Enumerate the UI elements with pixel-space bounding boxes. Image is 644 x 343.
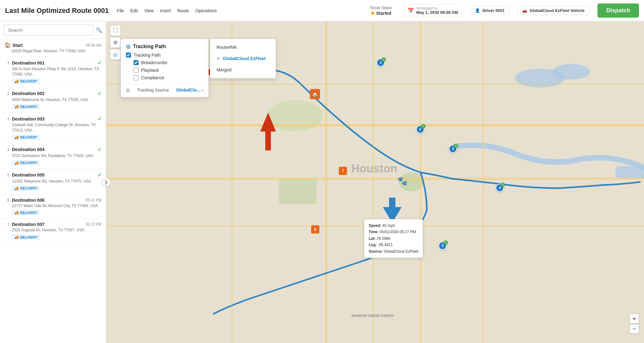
route4me-label: Route4Me [217, 45, 237, 50]
source-globalcloud[interactable]: ✓ GlobalCloud EzFleet [210, 53, 276, 64]
check-icon: ✓ [97, 60, 102, 66]
zoom-in-button[interactable]: + [630, 314, 639, 323]
route-status-label: Route Status [370, 6, 392, 10]
selected-check-icon: ✓ [217, 56, 220, 61]
route-status-value: Started [371, 11, 391, 16]
dispatch-button[interactable]: Dispatch [597, 3, 639, 18]
tooltip-lng: Lng: -95.4611 [369, 242, 418, 248]
menu-file[interactable]: File [117, 8, 124, 13]
tracking-popup-title: ◎ Tracking Path [126, 43, 203, 49]
tracking-button[interactable]: ◎ [110, 49, 121, 60]
tooltip-time: Time: 05/01/2030 05:27 PM [369, 229, 418, 235]
tracking-popup: ◎ Tracking Path Tracking Path Breadcrumb… [121, 39, 209, 97]
compliance-checkbox[interactable] [134, 75, 139, 80]
source-route4me[interactable]: Route4Me [210, 42, 276, 53]
search-input[interactable] [4, 25, 93, 36]
compliance-row[interactable]: Compliance [134, 75, 203, 80]
playback-row[interactable]: Playback [134, 68, 203, 73]
tracking-path-row[interactable]: Tracking Path [126, 53, 203, 58]
source-merged[interactable]: Merged [210, 64, 276, 76]
chevron-right-icon: › [202, 87, 203, 93]
check-icon: ✓ [97, 147, 102, 153]
menu-operations[interactable]: Operations [195, 8, 217, 13]
menu-edit[interactable]: Edit [130, 8, 138, 13]
vehicle-label: GlobalCloud EzFleet Vehicle [530, 8, 585, 13]
zoo-marker[interactable]: 🐾 [397, 176, 407, 186]
map-area: Houston ⛶ ⚙ ◎ ◎ Tracking Path Tracking P… [106, 21, 644, 343]
route-item-7[interactable]: 7 Destination 007 06:13 PM 2525 Augusta … [0, 219, 106, 243]
start-address: 10335 Regal Row, Houston, TX 77040, USA [11, 49, 102, 53]
route-item-3[interactable]: 3 Destination 003 ✓ Codwell Hall, Commun… [0, 113, 106, 143]
truck-icon: 🚚 [14, 211, 19, 215]
red-arrow-up [260, 113, 276, 152]
route-item-4[interactable]: 4 Destination 004 ✓ 3702 Dumbarton Rd, P… [0, 143, 106, 169]
truck-icon: 🚚 [14, 235, 19, 239]
svg-point-2 [553, 64, 590, 80]
delivery-badge: 🚚 DELIVERY [12, 79, 40, 84]
scheduled-label: Scheduled for [416, 6, 458, 10]
route-num: 5 [4, 173, 9, 177]
route-num: 4 [4, 147, 9, 152]
vehicle-block[interactable]: 🚗 GlobalCloud EzFleet Vehicle [517, 6, 589, 15]
marker-6[interactable]: 6 [311, 225, 319, 233]
map-controls: ⛶ ⚙ ◎ [110, 25, 121, 60]
svg-rect-5 [279, 179, 317, 204]
menu-insert[interactable]: Insert [160, 8, 171, 13]
route-address: 2525 Augusta Dr, Houston, TX 77057, USA [12, 228, 102, 233]
delivery-badge: 🚚 DELIVERY [12, 186, 40, 191]
marker-4[interactable]: 4 ✓ [496, 184, 504, 192]
delivery-badge: 🚚 DELIVERY [12, 135, 40, 140]
menu-route[interactable]: Route [177, 8, 189, 13]
playback-checkbox[interactable] [134, 68, 139, 73]
route-name: Destination 002 [12, 91, 44, 96]
route-item-6[interactable]: 6 Destination 006 05:41 PM 12727 Water O… [0, 194, 106, 219]
menu-view[interactable]: View [144, 8, 154, 13]
tracking-path-label: Tracking Path [134, 53, 161, 58]
globalcloud-label: GlobalCloud EzFleet [223, 56, 266, 61]
search-bar: 🔍 [0, 21, 106, 39]
truck-icon: 🚚 [14, 186, 19, 190]
home-marker[interactable]: 🏠 [310, 89, 320, 99]
route-time: 06:13 PM [85, 222, 102, 227]
svg-marker-19 [260, 113, 276, 150]
search-icon: 🔍 [96, 27, 102, 33]
route-item-2[interactable]: 2 Destination 002 ✓ 4026 Melbourne St, H… [0, 87, 106, 113]
zoom-out-button[interactable]: − [630, 324, 639, 334]
marker-3[interactable]: 3 ✓ [449, 145, 457, 153]
compliance-label: Compliance [141, 75, 164, 80]
tracking-source-icon: ◎ [126, 87, 130, 93]
driver-icon: 👤 [475, 8, 480, 13]
route-address: 350 N Sam Houston Pkwy E Ste 101A, Houst… [12, 66, 102, 77]
route-item-1[interactable]: 1 Destination 001 ✓ 350 N Sam Houston Pk… [0, 57, 106, 87]
marker-1[interactable]: 1 ✓ [377, 59, 385, 67]
route-time: 05:41 PM [85, 198, 102, 202]
start-item[interactable]: 🏠 Start 09:00 AM 10335 Regal Row, Housto… [0, 39, 106, 57]
route-item-5[interactable]: 5 Destination 005 ✓ 11203 Telephone Rd, … [0, 169, 106, 194]
tracking-source-row[interactable]: ◎ Tracking Source GlobalClo... › [126, 84, 203, 93]
route-num: 6 [4, 198, 9, 202]
marker-7[interactable]: 7 [339, 167, 347, 175]
marker-5[interactable]: 5 ✓ [438, 242, 447, 250]
fullscreen-button[interactable]: ⛶ [110, 25, 121, 36]
route-name: Destination 004 [12, 147, 44, 152]
check-icon: ✓ [97, 116, 102, 122]
status-dot [371, 12, 374, 15]
truck-icon: 🚚 [14, 161, 19, 165]
breadcrumbs-row[interactable]: Breadcrumbs [134, 60, 203, 65]
tracking-source-label: Tracking Source [137, 87, 169, 93]
marker-2[interactable]: 2 ✓ [416, 125, 424, 133]
truck-icon: 🚚 [14, 79, 19, 83]
route-address: 11203 Telephone Rd, Houston, TX 77075, U… [12, 179, 102, 184]
breadcrumbs-label: Breadcrumbs [141, 60, 167, 65]
route-address: 4026 Melbourne St, Houston, TX 77026, US… [12, 97, 102, 103]
route-name: Destination 005 [12, 172, 44, 177]
route-num: 3 [4, 116, 9, 121]
breadcrumbs-checkbox[interactable] [134, 60, 139, 65]
truck-icon: 🚚 [14, 104, 19, 109]
settings-button[interactable]: ⚙ [110, 37, 121, 48]
source-submenu: Route4Me ✓ GlobalCloud EzFleet Merged [210, 39, 276, 78]
tracking-path-checkbox[interactable] [126, 53, 131, 58]
delivery-badge: 🚚 DELIVERY [12, 104, 40, 109]
driver-block[interactable]: 👤 Driver 0001 [470, 6, 509, 15]
route-status-text: Started [376, 11, 391, 16]
